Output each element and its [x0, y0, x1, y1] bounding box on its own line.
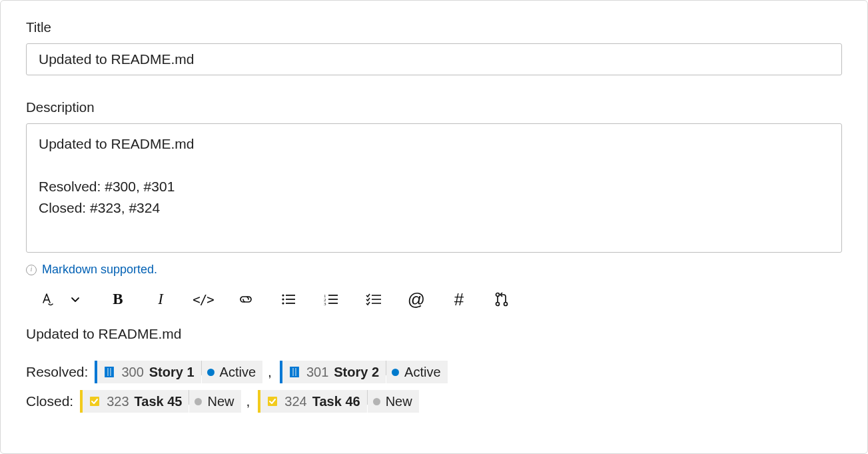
svg-rect-19 — [105, 367, 108, 377]
story-icon — [288, 365, 301, 379]
work-item-title: Story 1 — [149, 365, 195, 380]
state-dot-icon — [373, 398, 380, 405]
svg-rect-7 — [328, 295, 338, 296]
work-item-title: Task 45 — [135, 394, 183, 409]
work-item-chip[interactable]: 323 Task 45 New — [80, 390, 240, 413]
pull-request-panel: Title Description i Markdown supported. … — [0, 0, 868, 454]
state-dot-icon — [207, 369, 215, 376]
story-icon — [103, 365, 116, 379]
svg-rect-5 — [286, 303, 295, 304]
state-dot-icon — [392, 369, 399, 376]
pull-request-button[interactable] — [492, 290, 511, 309]
svg-point-2 — [282, 298, 284, 300]
chevron-down-icon[interactable] — [66, 290, 85, 309]
hashtag-button[interactable]: # — [450, 290, 468, 309]
work-item-title: Task 46 — [312, 394, 360, 409]
title-label: Title — [26, 19, 842, 35]
work-item-state: Active — [220, 365, 256, 380]
svg-rect-9 — [328, 299, 338, 300]
task-icon — [88, 395, 101, 408]
work-item-state: New — [386, 394, 412, 409]
closed-row: Closed: 323 Task 45 New , — [26, 390, 842, 413]
svg-text:3: 3 — [324, 301, 326, 307]
markdown-hint: i Markdown supported. — [26, 263, 842, 277]
work-item-id: 300 — [121, 365, 143, 380]
mention-button[interactable]: @ — [407, 290, 426, 309]
closed-label: Closed: — [26, 393, 73, 409]
code-button[interactable]: </> — [194, 290, 213, 309]
svg-point-17 — [504, 303, 508, 306]
bullet-list-button[interactable] — [279, 290, 298, 309]
description-label: Description — [26, 99, 842, 115]
svg-point-16 — [496, 303, 500, 306]
svg-rect-3 — [286, 299, 295, 300]
info-icon: i — [26, 265, 37, 275]
number-list-button[interactable]: 1 2 3 — [322, 290, 340, 309]
work-item-title: Story 2 — [334, 365, 379, 380]
description-preview: Updated to README.md Resolved: 300 Story… — [26, 326, 842, 413]
svg-rect-20 — [109, 367, 111, 377]
work-item-id: 324 — [284, 394, 306, 409]
work-item-state: Active — [404, 365, 440, 380]
svg-point-15 — [496, 293, 500, 297]
svg-point-0 — [282, 294, 284, 296]
title-input[interactable] — [26, 43, 842, 75]
bold-button[interactable]: B — [109, 290, 127, 309]
preview-title: Updated to README.md — [26, 326, 842, 342]
work-item-chip[interactable]: 300 Story 1 Active — [95, 361, 262, 383]
work-item-id: 301 — [306, 365, 328, 380]
text-style-button[interactable] — [38, 290, 57, 309]
work-item-state: New — [207, 394, 234, 409]
work-item-id: 323 — [107, 394, 129, 409]
svg-rect-23 — [293, 367, 295, 377]
svg-rect-22 — [290, 367, 293, 377]
resolved-label: Resolved: — [26, 364, 88, 380]
description-input[interactable] — [26, 123, 842, 253]
svg-rect-21 — [111, 367, 114, 377]
svg-rect-24 — [296, 367, 298, 377]
resolved-row: Resolved: 300 Story 1 Active , — [26, 361, 842, 383]
svg-rect-1 — [286, 295, 295, 296]
description-toolbar: B I </> 1 2 3 — [26, 290, 842, 309]
work-item-chip[interactable]: 324 Task 46 New — [258, 390, 418, 413]
task-icon — [266, 395, 279, 408]
svg-point-4 — [282, 302, 284, 304]
link-button[interactable] — [236, 290, 255, 309]
work-item-chip[interactable]: 301 Story 2 Active — [280, 361, 448, 383]
italic-button[interactable]: I — [151, 290, 170, 309]
state-dot-icon — [195, 398, 202, 405]
checklist-button[interactable] — [364, 290, 383, 309]
markdown-supported-link[interactable]: Markdown supported. — [42, 263, 157, 277]
svg-rect-11 — [328, 303, 338, 304]
